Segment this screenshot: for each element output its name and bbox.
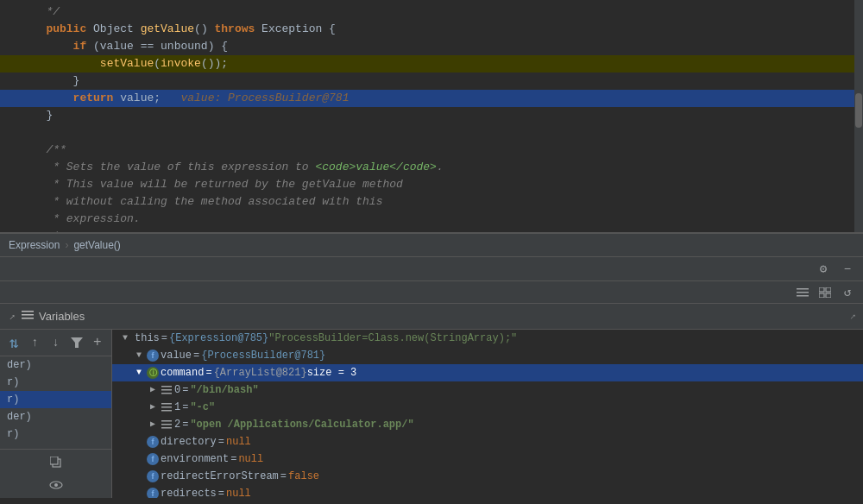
list-icon[interactable] [794,284,811,301]
refresh-icon[interactable]: ↺ [839,284,856,301]
var-name: 0 [174,381,180,399]
svg-rect-16 [161,389,172,391]
code-line: } [0,107,863,124]
var-row-environment[interactable]: f environment = null [112,450,863,468]
variables-header: → Variables → [0,304,863,330]
code-scrollbar[interactable] [854,0,863,232]
code-line: * without calling the method associated … [0,193,863,211]
svg-rect-1 [797,292,809,293]
var-value: {ProcessBuilder@781} [201,347,325,364]
code-content: } [26,107,849,124]
code-line: setValue(invoke()); [0,55,863,72]
var-name: redirects [161,485,217,498]
code-content: /** [26,142,849,159]
left-nav-item[interactable]: r) [0,425,111,443]
variables-label: Variables [39,310,85,323]
breadcrumb-method[interactable]: getValue() [73,239,120,251]
var-equals: = [161,330,167,347]
var-equals: = [218,485,224,498]
var-equals: = [182,399,188,416]
nav-up-icon[interactable]: ↑ [26,333,43,352]
code-lines: */ public Object getValue() throws Excep… [0,0,863,233]
code-content: if (value == unbound) { [26,38,849,55]
code-content: } [26,72,849,90]
toggle-2[interactable]: ▶ [147,419,159,431]
var-size: size = 3 [307,364,357,381]
code-line-return: return value; value: ProcessBuilder@781 [0,90,863,107]
variables-main[interactable]: ▼ this = {Expression@785} "ProcessBuilde… [112,330,863,498]
var-equals: = [230,450,236,468]
grid-icon[interactable] [816,284,834,301]
var-equals: = [218,433,224,450]
svg-rect-3 [819,287,824,292]
svg-rect-22 [161,424,172,425]
field-icon: f [147,470,159,482]
toggle-0[interactable]: ▶ [147,384,159,396]
left-nav-action-icons [0,449,111,498]
svg-rect-0 [797,288,809,290]
left-nav-item[interactable]: der) [0,408,111,425]
left-nav-item[interactable]: r) [0,374,111,391]
code-content: * without calling the method associated … [26,193,849,211]
var-value-string: "open /Applications/Calculator.app/" [190,416,413,433]
svg-marker-10 [71,337,83,348]
code-content: */ [26,3,849,21]
variables-title: → Variables [7,310,85,323]
info-icon: ⓘ [147,367,159,379]
add-icon[interactable]: + [89,333,106,352]
var-row-2[interactable]: ▶ 2 = "open /Applications/Calculator.app… [112,416,863,433]
list-icon [161,419,173,431]
code-line: * This value will be returned by the get… [0,176,863,193]
toolbar-row-1: ⚙ − [0,257,863,281]
var-value-null: null [226,485,251,498]
toolbar-row-2: ↺ [0,281,863,304]
var-row-value[interactable]: ▼ f value = {ProcessBuilder@781} [112,347,863,364]
var-value-null: null [238,450,263,468]
left-nav-toolbar: ⇅ ↑ ↓ + [0,330,111,356]
left-nav-item[interactable]: der) [0,356,111,374]
list-icon [161,384,173,396]
code-line: } [0,72,863,90]
list-lines-icon [22,310,34,323]
var-name: 2 [174,416,180,433]
var-value-string: "-c" [190,399,215,416]
svg-rect-21 [161,420,172,422]
var-row-0[interactable]: ▶ 0 = "/bin/bash" [112,381,863,399]
code-line: if (value == unbound) { [0,38,863,55]
toggle-command[interactable]: ▼ [133,367,145,379]
scrollbar-thumb[interactable] [855,93,862,128]
code-line: /** [0,142,863,159]
var-name: command [161,364,204,381]
breadcrumb: Expression › getValue() [0,233,863,257]
var-row-this[interactable]: ▼ this = {Expression@785} "ProcessBuilde… [112,330,863,347]
nav-down-icon[interactable]: ↓ [47,333,64,352]
toggle-value[interactable]: ▼ [133,350,145,362]
left-nav: ⇅ ↑ ↓ + der) r) r) der) r) [0,330,112,498]
code-line: public Object getValue() throws Exceptio… [0,21,863,38]
minimize-icon[interactable]: − [839,261,856,278]
code-content: public Object getValue() throws Exceptio… [26,21,849,38]
left-nav-item-active[interactable]: r) [0,391,111,408]
code-line: * Sets the value of this expression to <… [0,159,863,176]
svg-rect-5 [819,293,824,298]
svg-rect-9 [22,318,34,319]
filter-icon[interactable] [68,333,85,352]
svg-point-14 [54,483,58,487]
breadcrumb-expression[interactable]: Expression [9,239,60,251]
var-row-directory[interactable]: f directory = null [112,433,863,450]
copy-icon[interactable] [47,453,66,472]
code-panel: */ public Object getValue() throws Excep… [0,0,863,233]
var-row-1[interactable]: ▶ 1 = "-c" [112,399,863,416]
svg-rect-2 [797,295,809,297]
var-row-command[interactable]: ▼ ⓘ command = {ArrayList@821} size = 3 [112,364,863,381]
toggle-this[interactable]: ▼ [119,332,131,344]
svg-rect-19 [161,406,172,408]
var-row-redirects[interactable]: f redirects = null [112,485,863,498]
gear-icon[interactable]: ⚙ [815,261,832,278]
field-icon: f [147,350,159,362]
var-value-null: null [226,433,251,450]
eye-icon[interactable] [47,476,66,495]
toggle-1[interactable]: ▶ [147,401,159,413]
var-name: 1 [174,399,180,416]
var-row-redirect-error[interactable]: f redirectErrorStream = false [112,468,863,485]
